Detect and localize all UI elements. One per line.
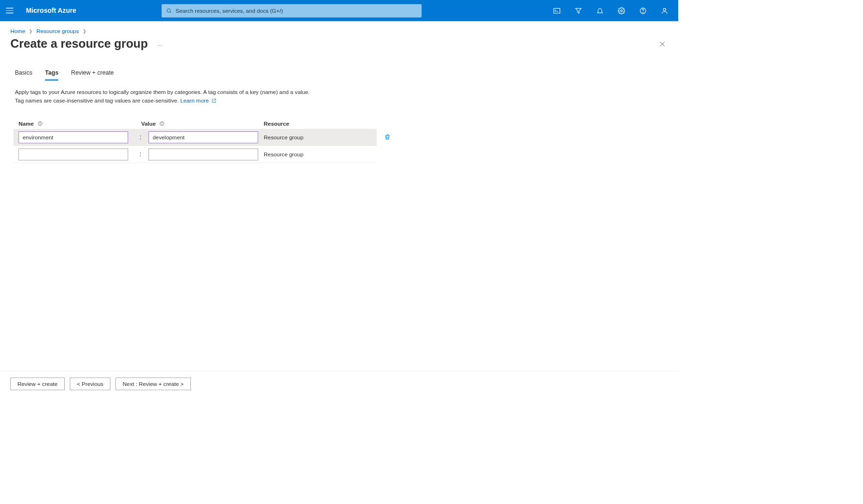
tab-basics[interactable]: Basics <box>15 69 32 80</box>
cloud-shell-icon[interactable] <box>553 7 561 15</box>
tag-resource-label: Resource group <box>264 151 375 157</box>
tag-name-input[interactable] <box>18 148 128 160</box>
svg-point-5 <box>621 9 622 11</box>
tag-resource-label: Resource group <box>264 134 375 140</box>
svg-point-7 <box>643 12 643 12</box>
col-value-header: Value <box>141 120 264 127</box>
external-link-icon <box>212 97 216 101</box>
help-icon[interactable] <box>639 7 647 15</box>
tag-name-input[interactable] <box>18 131 128 143</box>
brand-label: Microsoft Azure <box>26 7 76 15</box>
svg-line-1 <box>170 12 171 13</box>
chevron-right-icon: ❯ <box>29 28 33 34</box>
page-title: Create a resource group <box>10 37 148 51</box>
tag-value-input[interactable] <box>148 131 258 143</box>
svg-point-0 <box>167 9 171 12</box>
filter-icon[interactable] <box>574 7 582 15</box>
hamburger-menu[interactable] <box>6 6 15 15</box>
review-create-button[interactable]: Review + create <box>10 377 65 390</box>
previous-button[interactable]: < Previous <box>70 377 111 390</box>
delete-tag-button[interactable] <box>384 134 392 141</box>
learn-more-link[interactable]: Learn more <box>180 97 216 103</box>
breadcrumb: Home ❯ Resource groups ❯ <box>0 21 678 36</box>
tag-row: : Resource group <box>13 146 377 163</box>
desc-line1: Apply tags to your Azure resources to lo… <box>15 89 310 95</box>
wizard-footer: Review + create < Previous Next : Review… <box>0 371 678 396</box>
col-resource-header: Resource <box>264 120 375 127</box>
svg-marker-4 <box>576 8 581 13</box>
svg-point-8 <box>664 8 666 10</box>
notifications-icon[interactable] <box>596 7 604 15</box>
colon-separator: : <box>137 150 144 158</box>
title-row: Create a resource group … <box>0 35 678 58</box>
search-input[interactable] <box>176 8 417 14</box>
close-blade-button[interactable] <box>657 38 668 50</box>
info-icon[interactable] <box>37 121 43 126</box>
wizard-tabs: Basics Tags Review + create <box>0 58 678 80</box>
breadcrumb-resource-groups[interactable]: Resource groups <box>36 28 79 34</box>
more-actions-button[interactable]: … <box>157 41 163 47</box>
global-search[interactable] <box>162 4 422 17</box>
svg-rect-2 <box>554 8 560 13</box>
header-icon-bar <box>553 7 673 15</box>
col-name-header: Name <box>18 120 141 127</box>
settings-gear-icon[interactable] <box>617 7 625 15</box>
tab-review-create[interactable]: Review + create <box>71 69 114 80</box>
next-button[interactable]: Next : Review + create > <box>116 377 191 390</box>
svg-point-16 <box>162 122 163 123</box>
tag-table-header: Name Value Resource <box>13 118 377 129</box>
tab-tags[interactable]: Tags <box>45 69 58 80</box>
info-icon[interactable] <box>159 121 164 126</box>
search-icon <box>166 8 172 14</box>
tag-table: Name Value Resource : Resource group <box>0 106 390 163</box>
tag-row: : Resource group <box>13 129 377 146</box>
tag-value-input[interactable] <box>148 148 258 160</box>
colon-separator: : <box>137 133 144 141</box>
feedback-icon[interactable] <box>661 7 669 15</box>
desc-line2-prefix: Tag names are case-insensitive and tag v… <box>15 97 180 103</box>
chevron-right-icon: ❯ <box>83 28 86 34</box>
svg-point-13 <box>40 122 41 123</box>
tags-description: Apply tags to your Azure resources to lo… <box>0 80 394 106</box>
top-header: Microsoft Azure <box>0 0 678 21</box>
breadcrumb-home[interactable]: Home <box>10 28 25 34</box>
